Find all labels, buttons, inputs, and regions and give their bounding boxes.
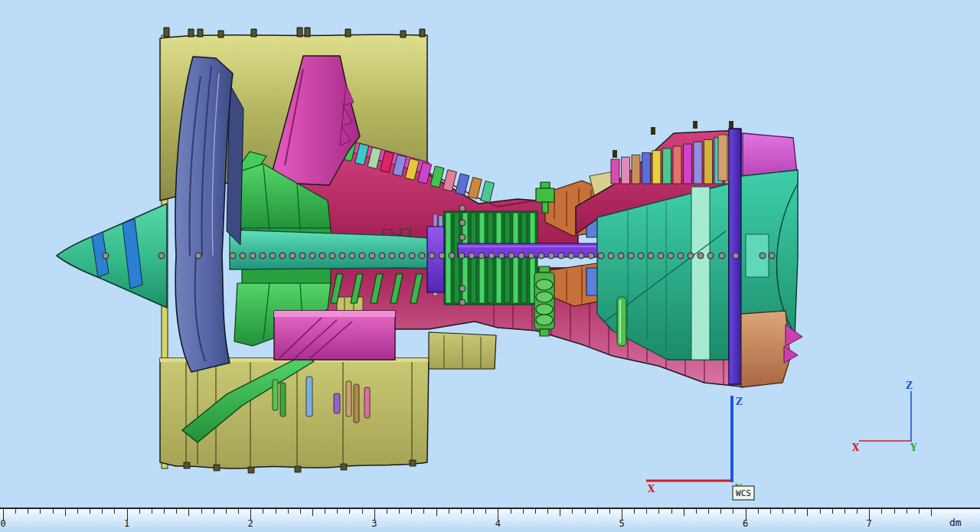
accessory-pipe [334, 393, 340, 413]
ruler-label: 0 [0, 518, 5, 529]
ruler-tick [300, 509, 301, 514]
drain-valve-stack [534, 266, 554, 336]
ruler-tick [795, 509, 795, 514]
measurement-ruler: 01234567dm [0, 508, 980, 532]
ruler-label: 3 [371, 518, 377, 529]
service-tube [617, 297, 626, 346]
ruler-tick [139, 509, 140, 514]
bolt-dot [103, 253, 109, 259]
fan-blade [175, 57, 243, 372]
turbine-vane [622, 157, 630, 184]
bolt-dot [270, 253, 276, 259]
ruler-tick [906, 509, 907, 514]
ruler-label: 6 [743, 518, 748, 529]
ruler-tick [832, 509, 833, 514]
cad-application-window: X Y Z WCS X Y Z 01234567dm [0, 0, 980, 532]
ruler-tick [733, 509, 733, 514]
bolt-dot [688, 253, 694, 259]
turbine-vane [694, 142, 702, 184]
wcs-label-box: WCS [733, 486, 754, 500]
ruler-tick [609, 509, 610, 514]
bolt-dot [608, 253, 614, 259]
viewport-canvas[interactable]: X Y Z WCS X Y Z [0, 0, 980, 508]
bolt-dot [429, 253, 435, 259]
exhaust-tan-panel [741, 311, 790, 387]
bolt-dot [678, 253, 684, 259]
ruler-tick [931, 509, 932, 516]
ruler-tick [40, 509, 41, 514]
ruler-tick [399, 509, 400, 514]
ruler-tick [276, 509, 276, 514]
accessory-pipe [273, 380, 278, 410]
wcs-triad[interactable]: X Y Z WCS [646, 396, 754, 500]
ruler-tick [238, 509, 239, 514]
ruler-tick [572, 509, 573, 514]
ruler-tick [90, 509, 90, 514]
wcs-x-label: X [648, 484, 655, 494]
ruler-tick [671, 509, 672, 514]
bolt-dot [329, 253, 335, 259]
ruler-tick [362, 509, 363, 514]
engine-cross-section[interactable] [57, 28, 802, 473]
ruler-tick [535, 509, 536, 514]
wcs-z-label: Z [736, 397, 743, 407]
bolt-dot [369, 253, 375, 259]
ruler-tick [102, 509, 103, 514]
bolt-dot [319, 253, 325, 259]
wcs-label-text: WCS [736, 488, 751, 498]
accessory-pipe [306, 377, 312, 416]
bolt-dot [697, 253, 704, 259]
triad-y-label: Y [910, 442, 917, 453]
ruler-tick [325, 509, 325, 514]
turbine-vane [673, 146, 681, 184]
bolt-dot [250, 253, 256, 259]
bolt-dot [598, 253, 604, 259]
ruler-tick [560, 509, 560, 516]
bolt-dot [195, 253, 201, 259]
bolt-dot [719, 253, 725, 259]
ruler-tick [523, 509, 524, 514]
ruler-tick [423, 509, 424, 514]
bolt-dot [578, 253, 584, 259]
ruler-tick [449, 509, 449, 514]
ruler-tick [597, 509, 598, 514]
bolt-dot [638, 253, 644, 259]
bolt-dot [409, 253, 415, 259]
turbine-vane [663, 149, 671, 184]
ruler-tick [461, 509, 462, 514]
booster-blade [468, 178, 482, 199]
ruler-tick [15, 509, 16, 514]
bolt-dot [459, 220, 466, 226]
ruler-label: 7 [867, 518, 872, 529]
bolt-dot [459, 234, 466, 240]
bolt-dot [488, 253, 495, 259]
turbine-vane [684, 144, 692, 184]
bolt-dot [548, 253, 554, 259]
accessory-pipe [354, 384, 359, 423]
ruler-label: 5 [619, 518, 624, 529]
bolt-dot [459, 205, 466, 211]
bolt-dot [769, 253, 775, 259]
accessory-pipe [346, 381, 351, 416]
ruler-tick [770, 509, 771, 514]
ruler-tick [547, 509, 548, 514]
bolt-dot [240, 253, 246, 259]
bolt-dot [618, 253, 624, 259]
bolt-dot [379, 253, 385, 259]
ruler-tick [312, 509, 313, 516]
turbine-vane [652, 151, 661, 184]
ruler-tick [77, 509, 78, 514]
ruler-tick [585, 509, 586, 514]
booster-blade [481, 181, 495, 203]
turbine-vane [642, 152, 651, 184]
hpc-blade-strip [454, 213, 459, 303]
ruler-tick [226, 509, 227, 514]
bolt-dot [760, 253, 766, 259]
ruler-tick [164, 509, 165, 514]
bolt-dot [588, 253, 594, 259]
bolt-dot [648, 253, 654, 259]
view-orientation-triad: X Y Z [852, 380, 917, 453]
ruler-tick [214, 509, 214, 514]
bolt-dot [389, 253, 395, 259]
ruler-tick [646, 509, 647, 514]
